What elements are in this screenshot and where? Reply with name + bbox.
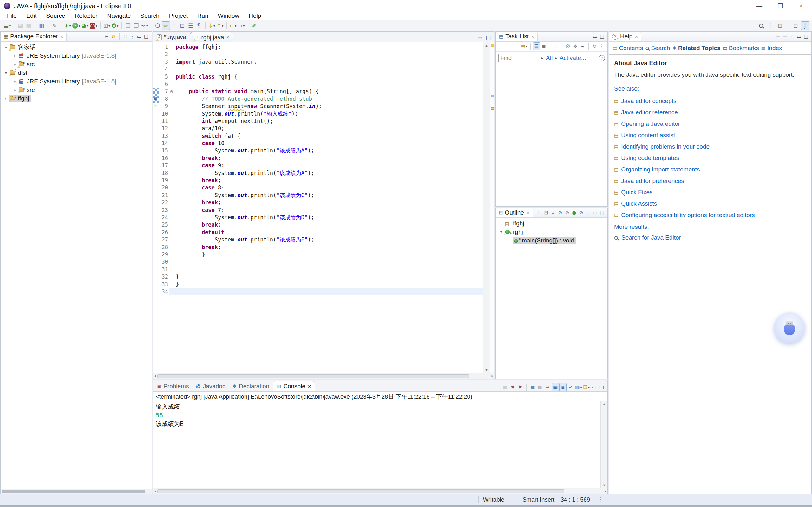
outline-item-rghj[interactable]: ▾▸⚠rghj: [496, 228, 607, 236]
menu-project[interactable]: Project: [164, 12, 193, 20]
code-line-11[interactable]: 11 int a=input.nextInt();: [153, 118, 483, 125]
code-text[interactable]: default:: [174, 229, 483, 236]
hide-non-public-icon[interactable]: ●: [571, 209, 577, 216]
code-line-1[interactable]: 1package ffghj;: [153, 43, 483, 51]
help-link-using-code-templates[interactable]: ▤Using code templates: [614, 153, 806, 164]
view-menu-icon[interactable]: ⋮: [598, 43, 606, 50]
hide-fields-icon[interactable]: ⊘: [557, 209, 564, 216]
project-item-客家话[interactable]: ▾J⚠客家话: [1, 43, 152, 51]
code-text[interactable]: case 10:: [174, 140, 483, 147]
open-type-icon[interactable]: ⊡: [178, 21, 187, 30]
project-item-jre-system-library[interactable]: ▸JRE System Library [JavaSE-1.8]: [1, 51, 152, 60]
code-line-21[interactable]: 21 System.out.println("该成绩为C");: [153, 192, 483, 199]
project-item-jre-system-library[interactable]: ▸JRE System Library [JavaSE-1.8]: [1, 77, 152, 86]
code-line-10[interactable]: 10 System.out.println("输入成绩");: [153, 110, 483, 118]
code-text[interactable]: System.out.println("该成绩为A");: [174, 147, 483, 154]
minimize-icon[interactable]: ▭: [476, 33, 484, 42]
minimize-icon[interactable]: ▭: [592, 209, 599, 216]
help-link-quick-assists[interactable]: ▤Quick Assists: [614, 198, 806, 210]
view-menu-icon[interactable]: ⋮: [129, 33, 136, 40]
code-line-18[interactable]: 18 System.out.println("该成绩为A");: [153, 170, 483, 177]
scroll-up-icon[interactable]: ▲: [485, 43, 488, 47]
view-menu-icon[interactable]: ⋮: [789, 33, 796, 40]
help-nav-search[interactable]: Search: [645, 45, 670, 52]
console-vscrollbar[interactable]: ▲ ▼: [600, 401, 607, 488]
code-line-19[interactable]: 19 break;: [153, 177, 483, 184]
usb-overlay-button[interactable]: [774, 313, 805, 343]
new-task-icon[interactable]: ▤▾: [520, 43, 528, 50]
code-text[interactable]: package ffghj;: [174, 43, 483, 51]
tab-declaration[interactable]: ❖Declaration: [229, 381, 273, 391]
code-line-31[interactable]: 31: [153, 266, 483, 273]
scrollbar-thumb[interactable]: [2, 490, 145, 493]
scroll-up-icon[interactable]: ▲: [602, 402, 606, 406]
code-text[interactable]: // TODO Auto-generated method stub: [174, 95, 483, 103]
show-on-stderr-icon[interactable]: ▣: [559, 383, 567, 391]
code-text[interactable]: public static void main(String[] args) {: [174, 88, 483, 95]
code-text[interactable]: break;: [174, 221, 483, 228]
new-wizard-icon[interactable]: ▤▾: [3, 21, 11, 30]
show-categorized-icon[interactable]: ☰: [533, 43, 540, 50]
code-line-7[interactable]: 7⊖ public static void main(String[] args…: [153, 88, 483, 95]
code-line-28[interactable]: 28 break;: [153, 244, 483, 251]
last-edit-location-icon[interactable]: ✐: [250, 21, 258, 30]
tab-outline[interactable]: ⊞ Outline ×: [496, 208, 533, 217]
remove-launch-icon[interactable]: ✖: [509, 383, 516, 391]
tab-console[interactable]: ▥Console×: [273, 381, 315, 391]
menu-navigate[interactable]: Navigate: [102, 12, 136, 20]
scroll-left-icon[interactable]: ◂: [154, 489, 156, 493]
package-explorer-hscrollbar[interactable]: [1, 489, 152, 494]
code-line-23[interactable]: 23 case 7:: [153, 207, 483, 214]
overview-ruler[interactable]: [490, 43, 494, 373]
code-line-2[interactable]: 2: [153, 51, 483, 58]
menu-file[interactable]: File: [2, 12, 21, 20]
perspective-java-icon[interactable]: J: [801, 21, 809, 30]
code-line-26[interactable]: 26 default:: [153, 229, 483, 236]
minimize-icon[interactable]: ▭: [592, 33, 599, 40]
show-views-icon[interactable]: ☰: [187, 21, 195, 30]
back-history-icon[interactable]: ⇠▾: [229, 21, 237, 30]
code-line-5[interactable]: 5public class rghj {: [153, 73, 483, 80]
help-link-identifying-problems-in-your-code[interactable]: ▤Identifying problems in your code: [614, 141, 806, 153]
sort-icon[interactable]: ↓: [550, 209, 557, 216]
code-text[interactable]: case 8:: [174, 184, 483, 191]
code-line-17[interactable]: 17 case 9:: [153, 162, 483, 169]
maximize-icon[interactable]: □: [803, 33, 809, 40]
synchronize-icon[interactable]: ↻: [591, 43, 598, 50]
maximize-icon[interactable]: □: [143, 33, 150, 40]
outline-item-ffghj[interactable]: ⊞ffghj: [496, 219, 607, 228]
forward-icon[interactable]: ⇢: [781, 33, 789, 40]
remove-all-launches-icon[interactable]: ✖: [516, 383, 524, 391]
menu-help[interactable]: Help: [244, 12, 266, 20]
code-line-12[interactable]: 12 a=a/10;: [153, 125, 483, 132]
focus-on-active-task-icon[interactable]: ∷: [122, 33, 129, 40]
maximize-icon[interactable]: □: [484, 33, 492, 42]
code-line-6[interactable]: 6: [153, 80, 483, 88]
help-nav-index[interactable]: ▦Index: [761, 45, 782, 52]
code-text[interactable]: public class rghj {: [174, 73, 483, 80]
code-line-27[interactable]: 27 System.out.println("该成绩为E");: [153, 236, 483, 243]
scroll-lock-icon[interactable]: ▥: [537, 383, 544, 391]
chevron-right-icon[interactable]: ▸: [12, 79, 18, 83]
help-link-using-content-assist[interactable]: ▤Using content assist: [614, 130, 806, 141]
code-text[interactable]: System.out.println("输入成绩");: [174, 110, 483, 118]
annotate-icon[interactable]: ✎: [50, 21, 59, 30]
hide-local-types-icon[interactable]: ⊘: [577, 209, 585, 216]
code-text[interactable]: }: [174, 251, 483, 258]
hide-static-members-icon[interactable]: ⊘: [564, 209, 571, 216]
outline-item-main-string-void[interactable]: s⚠main(String[]) : void: [496, 236, 607, 245]
new-java-project-icon[interactable]: ⊞▾: [103, 21, 111, 30]
link-with-editor-icon[interactable]: ⇄: [110, 33, 117, 40]
forward-history-icon[interactable]: ⇢▾: [237, 21, 246, 30]
tab-help[interactable]: ? Help ×: [609, 32, 641, 41]
code-line-3[interactable]: 3import java.util.Scanner;: [153, 58, 483, 66]
previous-annotation-icon[interactable]: ↑▾: [216, 21, 224, 30]
code-text[interactable]: [174, 66, 483, 73]
search-icon[interactable]: [757, 21, 765, 30]
close-icon[interactable]: ×: [531, 34, 534, 39]
code-text[interactable]: [174, 51, 483, 58]
code-line-30[interactable]: 30: [153, 258, 483, 266]
fold-collapse-icon[interactable]: ⊖: [169, 88, 174, 95]
scope-all-link[interactable]: All: [546, 55, 553, 61]
focus-on-workweek-icon[interactable]: ∷: [552, 43, 560, 50]
